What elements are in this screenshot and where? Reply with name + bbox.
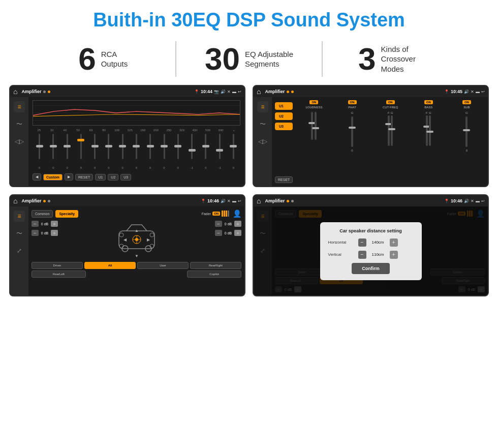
slider-8[interactable] [143,134,157,164]
bass-slider-g[interactable] [429,115,431,146]
vertical-minus-btn[interactable]: − [358,251,366,259]
slider-11[interactable] [185,134,199,164]
horizontal-value: 140cm [368,240,388,245]
driver-btn[interactable]: Driver [32,262,83,269]
slider-4[interactable] [88,134,102,164]
nav-wave-icon-3[interactable]: 〜 [14,228,25,239]
slider-13[interactable] [212,134,226,164]
home-icon-2[interactable]: ⌂ [257,87,261,96]
vertical-value: 110cm [368,252,388,257]
nav-volume-icon-2[interactable]: ◁▷ [257,136,268,147]
slider-2[interactable] [60,134,74,164]
all-btn[interactable]: All [84,262,136,269]
slider-5[interactable] [102,134,115,164]
db-minus-3[interactable]: − [215,230,222,236]
nav-eq-icon[interactable]: ≡ [14,101,25,112]
crossover-tabs-row: Common Specialty Fader ON 👤 [32,210,241,218]
eq-play-btn[interactable]: ▶ [65,173,73,181]
slider-1[interactable] [46,134,60,164]
nav-eq-icon-3[interactable]: ≡ [14,211,25,222]
location-icon-2: 📍 [444,89,449,94]
db-plus-0[interactable]: + [51,221,58,227]
nav-expand-icon[interactable]: ⤢ [14,245,25,256]
slider-0[interactable] [33,134,46,164]
preset-u1-btn[interactable]: U1 [275,102,293,110]
freq-50: 50 [72,129,85,132]
stat-number-rca: 6 [78,43,96,75]
right-db-controls: − 0 dB + − 0 dB + [215,221,241,259]
page-title: Buith-in 30EQ DSP Sound System [0,0,498,36]
cutfreq-on[interactable]: ON [386,100,395,104]
svg-text:▶: ▶ [147,237,150,242]
home-icon-3[interactable]: ⌂ [13,197,17,205]
close-icon-2: ✕ [471,89,474,94]
back-icon-2[interactable]: ↩ [481,89,485,94]
copilot-btn[interactable]: Copilot [187,271,241,278]
db-minus-1[interactable]: − [32,230,39,236]
vertical-plus-btn[interactable]: + [390,251,398,259]
eq-custom-btn[interactable]: Custom [43,174,63,181]
horizontal-label: Horizontal [328,240,356,245]
user-btn[interactable]: User [137,262,189,269]
minimize-icon-4: ▬ [476,199,480,203]
common-tab[interactable]: Common [32,210,53,218]
cutfreq-slider-g[interactable] [391,115,393,146]
slider-3[interactable] [74,134,88,164]
preset-u2-btn[interactable]: U2 [275,112,293,120]
effects-reset-btn[interactable]: RESET [275,176,293,183]
back-icon[interactable]: ↩ [238,89,241,94]
nav-wave-icon-2[interactable]: 〜 [257,118,268,130]
sub-slider[interactable] [465,116,468,147]
val-10: 0 [171,166,185,169]
effects-screen-body: ≡ 〜 ◁▷ U1 U2 U3 RESET ON LOUDNESS [254,97,488,186]
cutfreq-g: G [391,111,393,114]
rearright-btn[interactable]: RearRight [190,262,241,269]
loudness-on[interactable]: ON [309,100,318,104]
phat-slider[interactable] [351,116,353,147]
horizontal-ctrl: − 140cm + [358,238,398,247]
profile-icon[interactable]: 👤 [233,210,241,218]
nav-wave-icon[interactable]: 〜 [14,118,25,130]
slider-9[interactable] [157,134,171,164]
val-5: 0 [102,166,115,169]
nav-eq-icon-2[interactable]: ≡ [257,101,268,112]
slider-10[interactable] [171,134,185,164]
db-plus-2[interactable]: + [234,221,241,227]
preset-u3-btn[interactable]: U3 [275,123,293,130]
phat-on[interactable]: ON [348,100,357,104]
bass-label: BASS [424,106,432,109]
db-plus-3[interactable]: + [234,230,241,236]
loudness-slider-1[interactable] [311,112,313,140]
slider-7[interactable] [130,134,143,164]
nav-volume-icon[interactable]: ◁▷ [14,136,25,147]
volume-icon-2: 🔊 [464,89,469,94]
confirm-button[interactable]: Confirm [352,263,390,274]
back-icon-4[interactable]: ↩ [481,199,485,203]
loudness-slider-2[interactable] [315,112,317,140]
rearleft-btn[interactable]: RearLeft [32,271,86,278]
slider-12[interactable] [199,134,212,164]
bass-on[interactable]: ON [424,100,433,104]
eq-prev-btn[interactable]: ◀ [33,173,41,181]
slider-6[interactable] [116,134,130,164]
db-minus-2[interactable]: − [215,221,222,227]
home-icon-4[interactable]: ⌂ [257,197,261,205]
freq-125: 125 [123,129,137,132]
db-plus-1[interactable]: + [51,230,58,236]
eq-u3-btn[interactable]: U3 [120,174,131,181]
fader-on-btn[interactable]: ON [212,212,220,216]
slider-14[interactable] [227,134,240,164]
db-minus-0[interactable]: − [32,221,39,227]
horizontal-minus-btn[interactable]: − [358,238,366,247]
volume-icon: 🔊 [221,89,226,94]
sub-on[interactable]: ON [462,100,471,104]
home-icon[interactable]: ⌂ [13,87,17,96]
eq-reset-btn[interactable]: RESET [75,174,93,181]
horizontal-plus-btn[interactable]: + [390,238,398,247]
eq-u1-btn[interactable]: U1 [95,174,106,181]
dialog-box: Car speaker distance setting Horizontal … [320,222,422,280]
back-icon-3[interactable]: ↩ [238,199,241,203]
specialty-tab[interactable]: Specialty [55,210,78,218]
cutfreq-slider-f[interactable] [388,115,390,146]
eq-u2-btn[interactable]: U2 [108,174,118,181]
